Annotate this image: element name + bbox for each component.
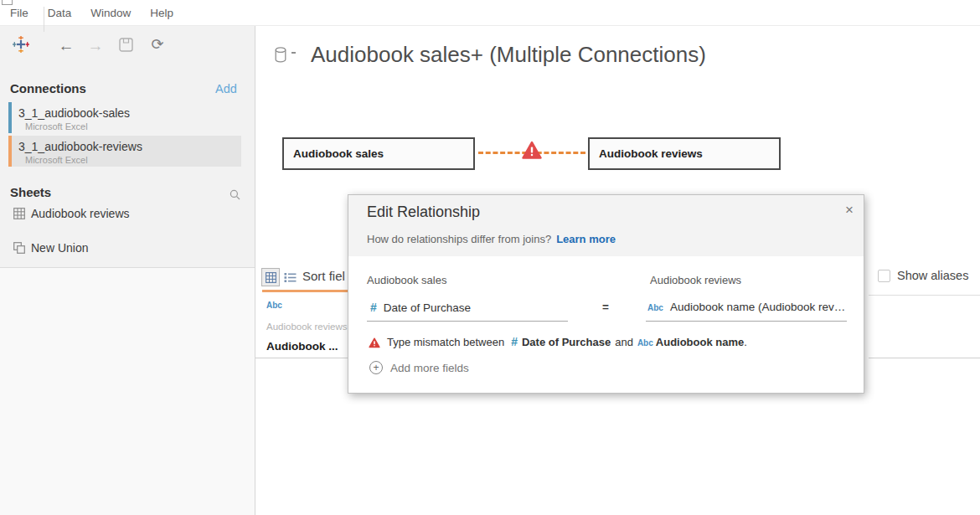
column-source: Audiobook reviews [266,322,348,332]
database-caret-icon[interactable] [291,52,296,54]
menu-file[interactable]: File [7,5,32,21]
grid-row-divider [869,358,980,358]
sheets-search-button[interactable] [230,188,240,203]
add-connection-link[interactable]: Add [215,82,237,95]
connections-title: Connections [10,81,86,95]
tableau-datasource-window: File Data Window Help ← → ⟳ Connections [0,0,980,515]
relationships-question: How do relationships differ from joins? [367,233,551,245]
search-icon [230,189,240,200]
right-field-select[interactable]: Abc Audiobook name (Audiobook rev… [647,301,845,313]
list-view-icon [284,272,297,283]
warning-triangle-icon [369,337,380,352]
relationship-warning[interactable] [522,141,542,163]
column-name[interactable]: Audiobook ... [266,340,338,353]
table-label: Audiobook sales [293,147,384,160]
window-icon-fragment [2,0,13,5]
sort-fields-label[interactable]: Sort fiel [302,269,348,283]
menu-bar: File Data Window Help [0,0,980,26]
warning-triangle-icon [522,141,542,160]
grid-row-divider [255,358,348,358]
database-icon[interactable] [275,47,286,63]
dialog-title: Edit Relationship [367,203,480,221]
connection-color-bar [8,102,12,133]
sidebar-lower-panel [0,267,255,515]
warning-conjunction: and [615,336,633,348]
right-field-name: Audiobook name (Audiobook rev… [670,301,845,313]
left-table-label: Audiobook sales [367,274,446,286]
list-view-button[interactable] [284,271,297,286]
dialog-subtitle: How do relationships differ from joins?L… [367,233,616,245]
datasource-title-row: Audiobook sales+ (Multiple Connections) [275,42,706,68]
equals-operator: = [602,301,609,313]
show-aliases-label: Show aliases [897,269,968,282]
connection-color-bar [8,136,12,167]
warning-period: . [744,336,747,348]
sheet-table-icon [13,208,25,219]
edit-relationship-dialog: Edit Relationship × How do relationships… [348,194,864,394]
sheet-label: Audiobook reviews [31,207,130,220]
column-connection-color-bar [262,290,348,292]
show-aliases-checkbox[interactable] [878,270,890,282]
plus-circle-icon: + [369,361,383,374]
sheet-label: New Union [31,241,88,255]
canvas-table-audiobook-sales[interactable]: Audiobook sales [282,137,475,170]
datasource-title[interactable]: Audiobook sales+ (Multiple Connections) [311,42,706,68]
table-label: Audiobook reviews [599,147,703,160]
connection-item-reviews-selected[interactable]: 3_1_audiobook-reviews Microsoft Excel [8,136,241,167]
column-type-icon[interactable]: Abc [266,301,282,310]
right-table-label: Audiobook reviews [650,274,741,286]
add-more-fields-label: Add more fields [390,362,469,374]
warning-prefix: Type mismatch between [387,336,504,348]
right-field-underline [646,321,847,322]
string-type-icon: Abc [637,338,653,348]
left-field-name: Date of Purchase [384,301,471,314]
sheets-title: Sheets [10,185,51,199]
warning-field2: Audiobook name [656,336,744,348]
left-field-underline [367,321,568,322]
connection-subtitle: Microsoft Excel [25,155,241,165]
connection-name: 3_1_audiobook-sales [18,102,241,120]
left-field-select[interactable]: # Date of Purchase [370,301,471,314]
connection-item-sales[interactable]: 3_1_audiobook-sales Microsoft Excel [8,102,241,133]
sheet-item-audiobook-reviews[interactable]: Audiobook reviews [13,207,130,220]
numeric-type-icon: # [370,301,377,314]
connections-section: Connections Add 3_1_audiobook-sales Micr… [0,26,255,267]
canvas-table-audiobook-reviews[interactable]: Audiobook reviews [588,137,781,170]
string-type-icon: Abc [647,303,663,312]
warning-field1: Date of Purchase [522,336,611,348]
union-icon [13,242,25,254]
show-aliases-control[interactable]: Show aliases [878,269,968,282]
connection-subtitle: Microsoft Excel [25,121,241,131]
sheet-item-new-union[interactable]: New Union [13,241,88,255]
type-mismatch-warning: Type mismatch between # Date of Purchase… [369,335,747,352]
close-icon[interactable]: × [845,202,854,219]
connection-name: 3_1_audiobook-reviews [18,136,241,153]
numeric-type-icon: # [511,335,518,348]
grid-toolbar-divider [869,295,980,296]
learn-more-link[interactable]: Learn more [556,233,616,245]
menu-help[interactable]: Help [147,5,177,21]
add-more-fields-button[interactable]: + Add more fields [369,361,469,374]
menu-window[interactable]: Window [87,5,134,21]
menu-data[interactable]: Data [44,5,75,21]
grid-view-button[interactable] [261,268,280,286]
grid-view-icon [266,272,276,283]
